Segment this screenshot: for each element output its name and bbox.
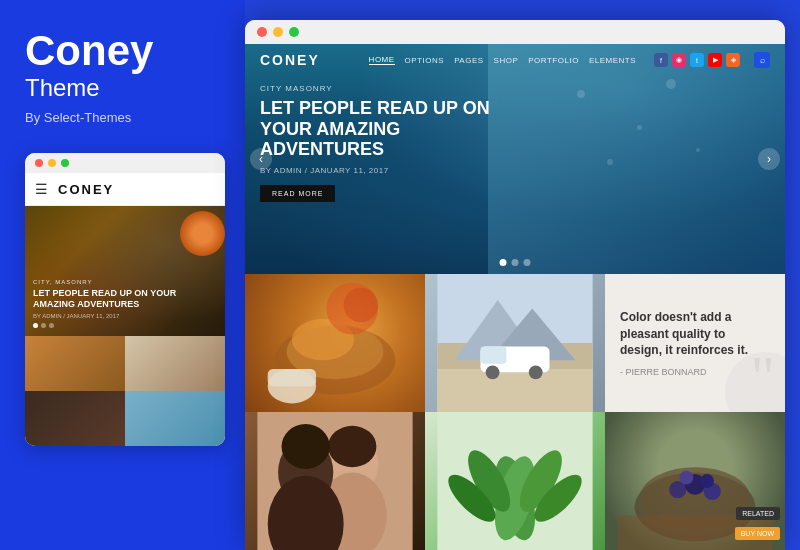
desktop-hero: CONEY HOME OPTIONS PAGES SHOP PORTFOLIO … <box>245 44 785 274</box>
mobile-flower-decoration <box>180 211 225 256</box>
rss-icon[interactable]: ◈ <box>726 53 740 67</box>
desktop-navbar: CONEY HOME OPTIONS PAGES SHOP PORTFOLIO … <box>245 44 785 76</box>
desktop-close-dot <box>257 27 267 37</box>
desktop-top-bar <box>245 20 785 44</box>
hero-headline: LET PEOPLE READ UP ON YOUR AMAZING ADVEN… <box>260 98 510 160</box>
desktop-minimize-dot <box>273 27 283 37</box>
bubble-1 <box>577 90 585 98</box>
svg-point-15 <box>529 365 543 379</box>
mobile-mockup: ☰ CONEY CITY, MASONRY LET PEOPLE READ UP… <box>25 153 225 446</box>
theme-title: Coney <box>25 30 153 72</box>
nav-link-home[interactable]: HOME <box>369 55 395 65</box>
hero-prev-button[interactable]: ‹ <box>250 148 272 170</box>
hero-content: CITY MASONRY LET PEOPLE READ UP ON YOUR … <box>260 84 510 202</box>
twitter-icon[interactable]: t <box>690 53 704 67</box>
nav-link-elements[interactable]: ELEMENTS <box>589 56 636 65</box>
svg-point-19 <box>328 426 376 467</box>
mobile-maximize-dot <box>61 159 69 167</box>
mobile-grid-item-1 <box>25 336 125 391</box>
svg-point-14 <box>486 365 500 379</box>
quote-text: Color doesn't add a pleasant quality to … <box>620 309 770 359</box>
search-button[interactable]: ⌕ <box>754 52 770 68</box>
bubble-2 <box>637 125 642 130</box>
portrait-svg <box>245 412 425 550</box>
grid-cell-plant <box>425 412 605 550</box>
desktop-maximize-dot <box>289 27 299 37</box>
mobile-hero: CITY, MASONRY LET PEOPLE READ UP ON YOUR… <box>25 206 225 336</box>
hero-slide-dots <box>500 259 531 266</box>
mobile-headline: LET PEOPLE READ UP ON YOUR AMAZING ADVEN… <box>33 288 217 310</box>
youtube-icon[interactable]: ▶ <box>708 53 722 67</box>
bubble-4 <box>607 159 613 165</box>
left-panel: Coney Theme By Select-Themes ☰ CONEY CIT… <box>0 0 245 550</box>
hero-meta: BY ADMIN / JANUARY 11, 2017 <box>260 166 510 175</box>
nav-link-pages[interactable]: PAGES <box>454 56 483 65</box>
search-icon: ⌕ <box>760 55 765 65</box>
grid-cell-portrait <box>245 412 425 550</box>
nav-link-options[interactable]: OPTIONS <box>405 56 445 65</box>
plant-svg <box>425 412 605 550</box>
quote-content: Color doesn't add a pleasant quality to … <box>620 309 770 377</box>
bubble-3 <box>666 79 676 89</box>
desktop-content: CONEY HOME OPTIONS PAGES SHOP PORTFOLIO … <box>245 44 785 550</box>
slide-dot-1[interactable] <box>500 259 507 266</box>
grid-cell-food-pastry <box>245 274 425 412</box>
mobile-close-dot <box>35 159 43 167</box>
swimmer-image <box>488 44 785 274</box>
mobile-meta: BY ADMIN / JANUARY 11, 2017 <box>33 313 217 319</box>
desktop-nav-links: HOME OPTIONS PAGES SHOP PORTFOLIO ELEMEN… <box>369 52 770 68</box>
svg-point-36 <box>700 474 714 488</box>
social-links: f ◉ t ▶ ◈ <box>654 53 740 67</box>
svg-point-22 <box>282 424 330 469</box>
related-button[interactable]: RELATED <box>736 507 780 520</box>
slide-dot-2[interactable] <box>512 259 519 266</box>
mobile-grid <box>25 336 225 446</box>
mobile-grid-item-3 <box>25 391 125 446</box>
mobile-dot-3 <box>49 323 54 328</box>
grid-cell-camper <box>425 274 605 412</box>
mobile-hero-text: CITY, MASONRY LET PEOPLE READ UP ON YOUR… <box>33 279 217 328</box>
desktop-grid: Color doesn't add a pleasant quality to … <box>245 274 785 550</box>
svg-rect-13 <box>481 346 507 363</box>
theme-subtitle: Theme <box>25 74 100 102</box>
mobile-slide-indicators <box>33 323 217 328</box>
hero-category: CITY MASONRY <box>260 84 510 93</box>
nav-link-portfolio[interactable]: PORTFOLIO <box>528 56 579 65</box>
mobile-navbar: ☰ CONEY <box>25 173 225 206</box>
theme-byline: By Select-Themes <box>25 110 131 125</box>
svg-point-35 <box>679 471 693 485</box>
buy-now-button[interactable]: BUY NOW <box>735 527 780 540</box>
pastry-svg <box>245 274 425 412</box>
mobile-grid-item-2 <box>125 336 225 391</box>
desktop-brand: CONEY <box>260 52 320 68</box>
grid-cell-quote: Color doesn't add a pleasant quality to … <box>605 274 785 412</box>
quote-author: - PIERRE BONNARD <box>620 367 770 377</box>
grid-cell-food-bowl: RELATED BUY NOW <box>605 412 785 550</box>
nav-link-shop[interactable]: SHOP <box>494 56 519 65</box>
desktop-mockup: CONEY HOME OPTIONS PAGES SHOP PORTFOLIO … <box>245 20 785 550</box>
mobile-grid-item-4 <box>125 391 225 446</box>
mobile-minimize-dot <box>48 159 56 167</box>
read-more-button[interactable]: READ MORE <box>260 185 335 202</box>
bubble-5 <box>696 148 700 152</box>
svg-rect-6 <box>268 369 316 386</box>
facebook-icon[interactable]: f <box>654 53 668 67</box>
camper-svg <box>425 274 605 412</box>
hero-next-button[interactable]: › <box>758 148 780 170</box>
mobile-top-bar <box>25 153 225 173</box>
slide-dot-3[interactable] <box>524 259 531 266</box>
mobile-category: CITY, MASONRY <box>33 279 217 285</box>
svg-point-4 <box>344 288 379 323</box>
mobile-dot-1 <box>33 323 38 328</box>
mobile-dot-2 <box>41 323 46 328</box>
hamburger-icon: ☰ <box>35 181 48 197</box>
mobile-brand: CONEY <box>58 182 114 197</box>
instagram-icon[interactable]: ◉ <box>672 53 686 67</box>
